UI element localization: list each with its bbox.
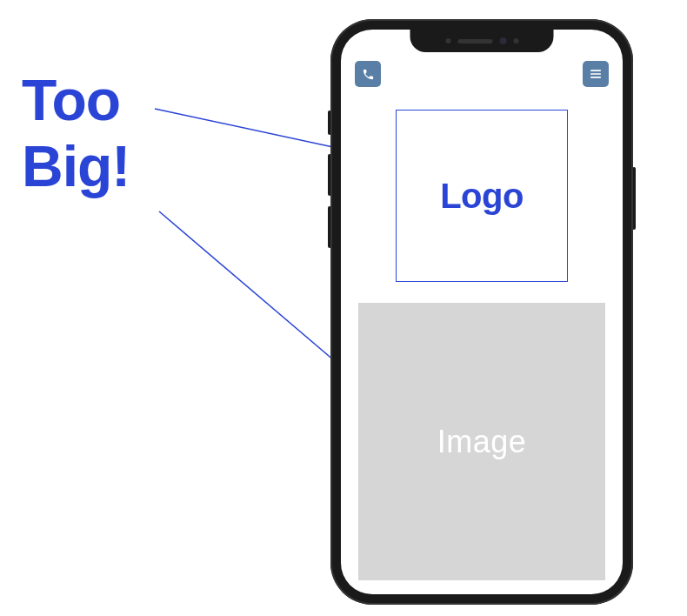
screen-content: Logo Image — [341, 30, 623, 594]
logo-placeholder: Logo — [396, 110, 568, 282]
image-label: Image — [437, 424, 527, 460]
notch-camera — [499, 37, 506, 44]
phone-screen: Logo Image — [341, 30, 623, 594]
notch-speaker — [457, 39, 492, 44]
annotation-label: Too Big! — [22, 68, 130, 200]
phone-notch — [410, 30, 554, 52]
app-header — [355, 61, 609, 87]
notch-sensor-2 — [513, 38, 518, 44]
notch-sensor — [445, 38, 450, 44]
hamburger-icon — [589, 67, 603, 81]
svg-rect-5 — [590, 73, 601, 75]
phone-icon — [362, 68, 375, 81]
image-placeholder: Image — [358, 303, 605, 580]
svg-rect-6 — [590, 77, 601, 78]
annotation-line-2: Big! — [22, 134, 130, 200]
phone-mockup: Logo Image — [330, 19, 633, 605]
svg-rect-4 — [590, 70, 601, 71]
menu-button[interactable] — [583, 61, 609, 87]
logo-label: Logo — [440, 177, 524, 216]
phone-frame: Logo Image — [330, 19, 633, 605]
annotation-line-1: Too — [22, 68, 130, 134]
phone-call-button[interactable] — [355, 61, 381, 87]
